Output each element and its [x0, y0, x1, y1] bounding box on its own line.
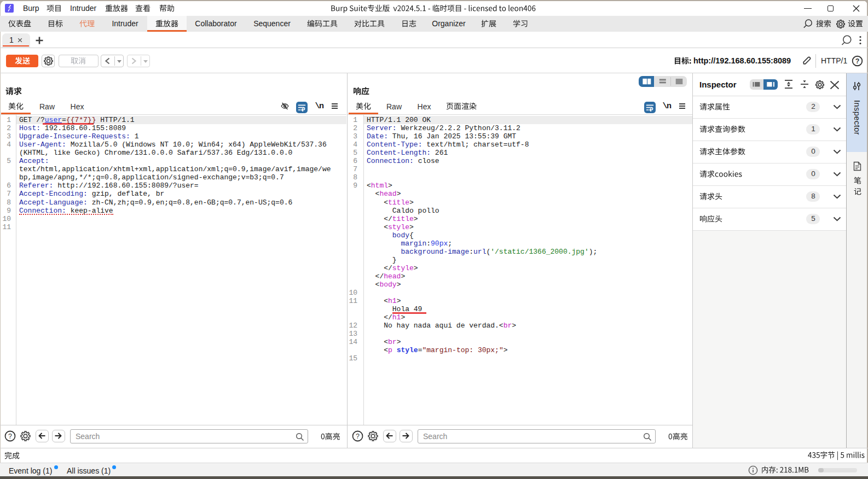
svg-text:?: ?: [855, 57, 860, 65]
svg-text:?: ?: [356, 433, 360, 440]
svg-text:?: ?: [8, 433, 12, 440]
